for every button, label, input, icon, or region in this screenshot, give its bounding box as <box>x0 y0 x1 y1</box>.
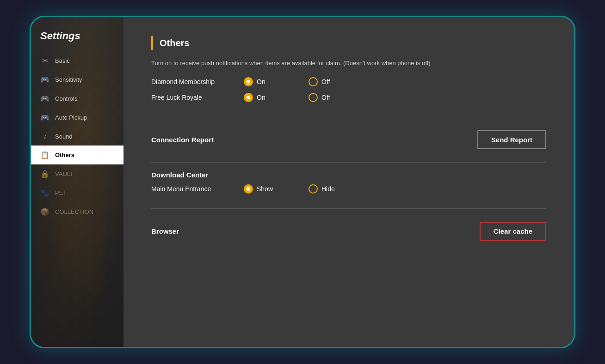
entrance-show-radio[interactable] <box>244 184 253 194</box>
diamond-on-radio[interactable] <box>244 77 253 86</box>
divider-1 <box>151 117 546 117</box>
sidebar-item-auto-pickup[interactable]: 🎮 Auto Pickup <box>31 108 123 127</box>
sidebar-item-others[interactable]: 📋 Others <box>31 146 123 164</box>
gamepad-icon-1: 🎮 <box>40 75 49 84</box>
sidebar-item-collection[interactable]: 📦 COLLECTION <box>31 202 123 221</box>
download-center-title: Download Center <box>151 171 546 179</box>
section-bar-accent <box>151 36 153 50</box>
diamond-on-label: On <box>257 78 265 85</box>
free-luck-royale-row: Free Luck Royale On Off <box>151 93 546 102</box>
sidebar-item-pet[interactable]: 🐾 PET <box>31 183 123 202</box>
entrance-show-label: Show <box>257 185 273 193</box>
entrance-hide-radio[interactable] <box>309 184 318 194</box>
diamond-off-label: Off <box>321 78 330 85</box>
clipboard-icon: 📋 <box>40 151 49 159</box>
free-luck-off-radio[interactable] <box>309 93 318 102</box>
divider-3 <box>151 208 546 209</box>
entrance-hide-label: Hide <box>321 185 335 193</box>
sidebar: Settings ✂ Basic 🎮 Sensitivity 🎮 Control… <box>31 17 123 347</box>
free-luck-on[interactable]: On <box>244 93 309 102</box>
diamond-membership-row: Diamond Membership On Off <box>151 77 546 86</box>
main-menu-entrance-row: Main Menu Entrance Show Hide <box>151 184 546 194</box>
sidebar-label-sensitivity: Sensitivity <box>55 76 82 83</box>
free-luck-royale-label: Free Luck Royale <box>151 94 244 101</box>
sidebar-item-basic[interactable]: ✂ Basic <box>31 51 123 70</box>
diamond-membership-label: Diamond Membership <box>151 78 244 85</box>
sidebar-label-collection: COLLECTION <box>55 208 93 215</box>
gamepad-icon-3: 🎮 <box>40 113 49 122</box>
sidebar-label-controls: Controls <box>55 95 77 102</box>
pet-icon: 🐾 <box>40 188 49 197</box>
free-luck-on-radio[interactable] <box>244 93 253 102</box>
free-luck-off-label: Off <box>321 94 330 101</box>
collection-icon: 📦 <box>40 207 49 216</box>
free-luck-off[interactable]: Off <box>309 93 373 102</box>
divider-2 <box>151 162 546 163</box>
sidebar-label-others: Others <box>55 152 74 158</box>
music-icon: ♪ <box>40 132 49 140</box>
main-panel: Others Turn on to receive push notificat… <box>123 17 574 347</box>
gamepad-icon-2: 🎮 <box>40 94 49 103</box>
diamond-membership-off[interactable]: Off <box>309 77 373 86</box>
section-title: Others <box>160 38 189 49</box>
diamond-off-radio[interactable] <box>309 77 318 86</box>
download-center-section: Download Center Main Menu Entrance Show … <box>151 171 546 200</box>
sidebar-label-auto-pickup: Auto Pickup <box>55 114 87 121</box>
notification-description: Turn on to receive push notifications wh… <box>151 59 546 68</box>
main-menu-entrance-label: Main Menu Entrance <box>151 185 244 193</box>
connection-report-label: Connection Report <box>151 136 214 144</box>
sidebar-item-sound[interactable]: ♪ Sound <box>31 127 123 146</box>
sidebar-item-vault[interactable]: 🔒 VAULT <box>31 164 123 183</box>
sidebar-label-vault: VAULT <box>55 170 74 177</box>
entrance-show[interactable]: Show <box>244 184 309 194</box>
vault-icon: 🔒 <box>40 170 49 178</box>
sidebar-label-basic: Basic <box>55 57 70 64</box>
browser-label: Browser <box>151 227 179 235</box>
section-header: Others <box>151 36 546 50</box>
diamond-membership-on[interactable]: On <box>244 77 309 86</box>
settings-title: Settings <box>31 17 123 51</box>
sidebar-content: Settings ✂ Basic 🎮 Sensitivity 🎮 Control… <box>31 17 123 347</box>
clear-cache-button[interactable]: Clear cache <box>480 222 546 241</box>
sidebar-label-pet: PET <box>55 189 67 196</box>
entrance-hide[interactable]: Hide <box>309 184 373 194</box>
sidebar-label-sound: Sound <box>55 133 73 140</box>
free-luck-on-label: On <box>257 94 265 101</box>
sidebar-item-sensitivity[interactable]: 🎮 Sensitivity <box>31 70 123 89</box>
sidebar-item-controls[interactable]: 🎮 Controls <box>31 89 123 108</box>
wrench-icon: ✂ <box>40 56 49 65</box>
connection-report-row: Connection Report Send Report <box>151 126 546 154</box>
send-report-button[interactable]: Send Report <box>477 130 546 149</box>
browser-row: Browser Clear cache <box>151 217 546 245</box>
phone-container: Settings ✂ Basic 🎮 Sensitivity 🎮 Control… <box>30 16 575 348</box>
